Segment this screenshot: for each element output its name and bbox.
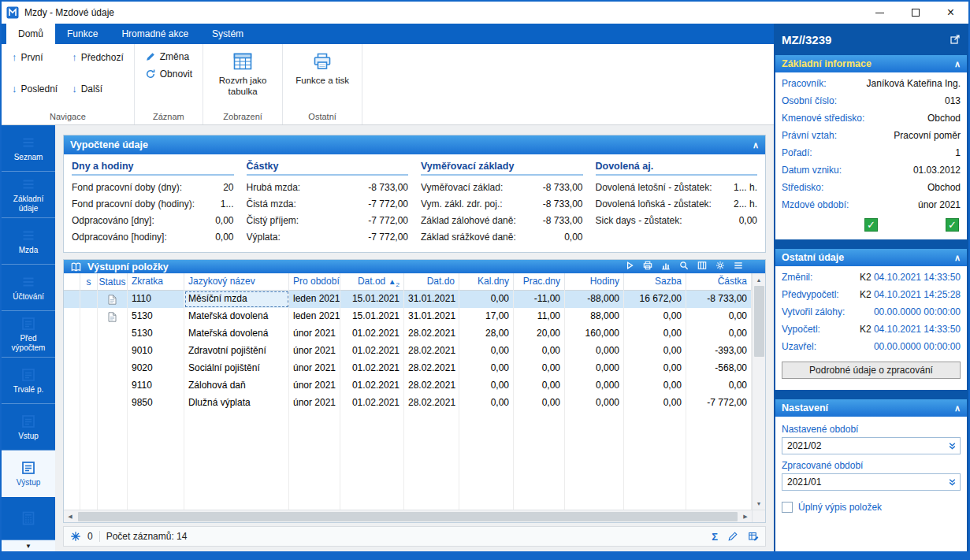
maximize-button[interactable] [898, 2, 933, 24]
cell-pro-obdobi: únor 2021 [289, 377, 340, 395]
set-period-combo[interactable]: 2021/02 [782, 437, 961, 454]
cell-jazykovy-nazev: Měsíční mzda [184, 291, 289, 308]
last-record-button[interactable]: ↓Poslední [6, 80, 63, 98]
table-row[interactable]: 9110Zálohová daňúnor 202101.02.202128.02… [64, 377, 752, 395]
column-header-zkratka[interactable]: Zkratka [128, 273, 184, 291]
scroll-left-icon[interactable]: ◀ [64, 510, 76, 522]
sidebar-item-pred-vypoctem[interactable]: Před výpočtem [2, 311, 55, 358]
sidebar-item-uctovani[interactable]: Účtování [2, 265, 55, 311]
column-header-indicator[interactable] [64, 273, 80, 291]
functions-print-button[interactable]: Funkce a tisk [288, 48, 357, 86]
arrow-down-icon: ↓ [12, 83, 17, 95]
cell-kal-dny [459, 464, 514, 481]
cell-status [98, 481, 128, 499]
table-row[interactable]: 5130Mateřská dovolenáleden 202115.01.202… [64, 308, 752, 325]
sidebar-item-vystup[interactable]: Výstup [2, 451, 55, 497]
menu-icon[interactable] [733, 260, 744, 273]
other-info-header: Ostatní údaje ∧ [775, 249, 967, 266]
collapse-icon[interactable]: ∧ [954, 59, 961, 69]
play-icon[interactable] [624, 260, 635, 273]
horizontal-scroll-thumb[interactable] [78, 512, 738, 521]
group-label-zaznam: Záznam [139, 111, 198, 124]
collapse-icon[interactable]: ∧ [954, 253, 961, 263]
processed-period-combo[interactable]: 2021/01 [782, 473, 961, 491]
scroll-right-icon[interactable]: ▶ [739, 510, 752, 522]
minimize-button[interactable] [862, 2, 898, 24]
column-header-castka[interactable]: Částka [686, 273, 752, 291]
close-button[interactable]: × [933, 2, 968, 24]
computed-row-odpracovano-hodiny: Odpracováno [hodiny]:0,00 [72, 228, 234, 245]
cell-castka [686, 447, 752, 464]
computed-row-zaklad-srazkove-dane: Základ srážkové daně:0,00 [421, 228, 583, 245]
grid-edit-icon[interactable] [748, 531, 759, 542]
tab-funkce[interactable]: Funkce [55, 24, 110, 44]
basic-checkboxes: ✓✓ [775, 213, 967, 239]
previous-record-button[interactable]: ↑Předchozí [66, 48, 129, 66]
column-header-s[interactable]: s [80, 273, 98, 291]
sidebar-item-zakladni-udaje[interactable]: Základní údaje [2, 172, 55, 218]
collapse-icon[interactable]: ∧ [954, 403, 961, 414]
sidebar-item-calc[interactable] [2, 497, 55, 540]
table-row[interactable]: 9010Zdravotní pojištěníúnor 202101.02.20… [64, 343, 752, 360]
sidebar-item-trvale-p[interactable]: Trvalé p. [2, 358, 55, 404]
tab-domu[interactable]: Domů [6, 24, 55, 44]
status-checkbox-2[interactable]: ✓ [946, 218, 959, 232]
refresh-button[interactable]: Obnovit [139, 65, 198, 83]
scroll-down-icon[interactable]: ▼ [753, 497, 765, 510]
table-row[interactable]: 9020Sociální pojištěníúnor 202101.02.202… [64, 360, 752, 377]
status-checkbox-1[interactable]: ✓ [864, 218, 878, 232]
sidebar-item-mzda[interactable]: Mzda [2, 218, 55, 265]
collapse-icon[interactable]: ∧ [753, 140, 759, 150]
print-icon[interactable] [642, 260, 653, 273]
calc-icon [20, 510, 36, 526]
column-header-hodiny[interactable]: Hodiny [565, 273, 624, 291]
field-pracovnik: Pracovník:Janíková Kateřina Ing. [775, 75, 967, 92]
column-header-jazykovy-nazev[interactable]: Jazykový název [184, 273, 289, 291]
settings-icon[interactable] [715, 260, 726, 273]
cell-pro-obdobi [289, 429, 340, 447]
cell-hodiny [565, 499, 624, 510]
sum-icon[interactable]: Σ [712, 531, 718, 543]
column-header-pro-obdobi[interactable]: Pro období [289, 273, 340, 291]
search-icon[interactable] [678, 260, 689, 273]
cell-dat-od [340, 412, 404, 429]
column-header-status[interactable]: Status [98, 273, 128, 291]
columns-icon[interactable] [697, 260, 708, 273]
popout-icon[interactable] [950, 34, 961, 45]
field-kmenove-stredisko: Kmenové středisko:Obchod [775, 109, 967, 127]
cell-zkratka: 5130 [128, 325, 184, 343]
column-header-prac-dny[interactable]: Prac.dny [514, 273, 565, 291]
full-listing-checkbox-row[interactable]: Úplný výpis položek [782, 502, 961, 513]
layout-as-table-button[interactable]: Rozvrh jako tabulka [208, 48, 277, 98]
group-label-navigace: Navigace [6, 111, 129, 124]
processing-details-button[interactable]: Podrobné údaje o zpracování [782, 362, 961, 379]
cell-kal-dny: 0,00 [459, 343, 514, 360]
next-record-button[interactable]: ↓Další [66, 80, 129, 98]
change-button[interactable]: Změna [139, 48, 195, 65]
tab-hromadne-akce[interactable]: Hromadné akce [110, 24, 200, 44]
close-icon: × [947, 6, 954, 20]
column-header-dat-do[interactable]: Dat.do [404, 273, 459, 291]
table-row[interactable]: 9850Dlužná výplataúnor 202101.02.202128.… [64, 395, 752, 412]
column-header-dat-od[interactable]: Dat.od ▲2 [340, 273, 404, 291]
checkbox-icon[interactable] [782, 502, 793, 513]
vertical-scrollbar[interactable]: ▲ ▼ [752, 273, 765, 510]
column-header-sazba[interactable]: Sazba [624, 273, 686, 291]
arrow-up-icon: ↑ [12, 51, 17, 63]
sidebar-item-vstup[interactable]: Vstup [2, 404, 55, 451]
first-record-button[interactable]: ↑První [6, 48, 63, 66]
vertical-scroll-thumb[interactable] [754, 286, 764, 357]
processed-period-value: 2021/01 [787, 477, 821, 488]
table-row[interactable]: 5130Mateřská dovolenáúnor 202101.02.2021… [64, 325, 752, 343]
tab-system[interactable]: Systém [200, 24, 255, 44]
horizontal-scrollbar[interactable]: ◀ ▶ [64, 510, 765, 522]
column-header-kal-dny[interactable]: Kal.dny [459, 273, 514, 291]
sidebar-expand-button[interactable]: ▼ [2, 540, 55, 551]
cell-jazykovy-nazev [184, 447, 289, 464]
sidebar-item-seznam[interactable]: Seznam [2, 125, 55, 172]
table-row[interactable]: 1110Měsíční mzdaleden 202115.01.202131.0… [64, 291, 752, 308]
cell-s [80, 447, 98, 464]
edit-icon[interactable] [727, 531, 738, 542]
scroll-up-icon[interactable]: ▲ [753, 273, 765, 286]
chart-icon[interactable] [660, 260, 671, 273]
